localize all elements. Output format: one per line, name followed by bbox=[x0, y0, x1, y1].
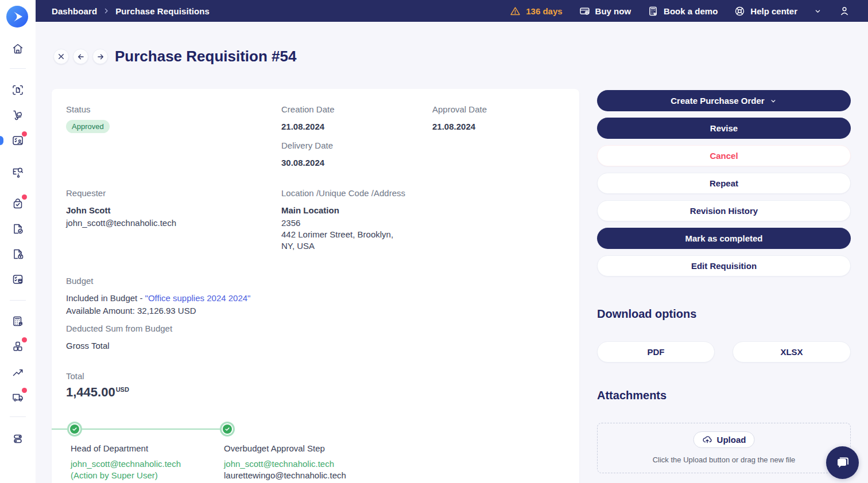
location-address-line2: NY, USA bbox=[281, 241, 315, 251]
budget-included-line: Included in Budget - "Office supplies 20… bbox=[66, 293, 250, 303]
requester-label: Requester bbox=[66, 188, 106, 198]
requisition-detail-card: Status Approved Creation Date 21.08.2024… bbox=[52, 89, 579, 483]
sidebar-item-documents[interactable] bbox=[11, 83, 25, 97]
revision-history-label: Revision History bbox=[690, 206, 758, 216]
notification-dot bbox=[22, 337, 27, 342]
document-check-icon bbox=[11, 222, 25, 236]
attachments-heading: Attachments bbox=[597, 389, 666, 402]
payment-card-icon bbox=[579, 5, 591, 17]
location-name: Main Location bbox=[281, 205, 339, 215]
budget-link[interactable]: "Office supplies 2024 2024" bbox=[145, 293, 251, 303]
approval-step-approver: laurettewingo@technaholic.tech bbox=[224, 470, 346, 480]
breadcrumb-purchase-requisitions[interactable]: Purchase Requisitions bbox=[115, 6, 210, 16]
download-xlsx-button[interactable]: XLSX bbox=[733, 341, 851, 363]
book-demo-label: Book a demo bbox=[664, 6, 718, 16]
upload-button[interactable]: Upload bbox=[693, 431, 755, 448]
cancel-button[interactable]: Cancel bbox=[597, 145, 851, 166]
sidebar bbox=[0, 0, 36, 483]
edit-requisition-label: Edit Requisition bbox=[691, 261, 757, 271]
approval-date-label: Approval Date bbox=[432, 104, 487, 114]
sidebar-item-warehouse[interactable] bbox=[11, 108, 25, 122]
location-code: 2356 bbox=[281, 218, 300, 228]
calculator-icon bbox=[11, 314, 25, 328]
approval-step-check bbox=[220, 422, 235, 437]
app-root: Dashboard Purchase Requisitions 136 days… bbox=[0, 0, 868, 483]
chevron-down-icon[interactable] bbox=[813, 7, 822, 15]
trial-countdown[interactable]: 136 days bbox=[509, 5, 562, 17]
app-logo[interactable] bbox=[6, 6, 28, 28]
revise-button[interactable]: Revise bbox=[597, 118, 851, 139]
total-amount: 1,445.00USD bbox=[66, 385, 129, 400]
creation-date-label: Creation Date bbox=[281, 104, 335, 114]
settings-toggles-icon bbox=[11, 432, 25, 446]
repeat-button[interactable]: Repeat bbox=[597, 173, 851, 194]
notification-dot bbox=[22, 131, 27, 137]
sidebar-item-supplier-search[interactable] bbox=[11, 165, 25, 178]
download-options-heading: Download options bbox=[597, 307, 696, 321]
approval-date-value: 21.08.2024 bbox=[432, 122, 475, 131]
chevron-right-icon bbox=[103, 7, 110, 14]
creation-date-value: 21.08.2024 bbox=[281, 122, 324, 131]
previous-button[interactable] bbox=[73, 49, 88, 64]
buy-now-button[interactable]: Buy now bbox=[579, 5, 631, 17]
cancel-label: Cancel bbox=[710, 151, 738, 161]
approval-step-approver: john_scott@technaholic.tech bbox=[224, 459, 334, 469]
approval-step-action-note: (Action by Super User) bbox=[71, 470, 158, 480]
buy-now-label: Buy now bbox=[595, 6, 631, 16]
chat-bubble-icon bbox=[834, 454, 851, 472]
truck-search-icon bbox=[11, 165, 25, 178]
close-icon bbox=[57, 53, 65, 60]
sidebar-item-budgets[interactable] bbox=[11, 314, 25, 328]
close-button[interactable] bbox=[53, 49, 69, 64]
revision-history-button[interactable]: Revision History bbox=[597, 200, 851, 221]
sidebar-item-approvals[interactable] bbox=[11, 134, 25, 147]
approval-step-approver: john_scott@technaholic.tech bbox=[71, 459, 181, 469]
sidebar-item-deliveries[interactable] bbox=[11, 390, 25, 404]
sidebar-item-reports[interactable] bbox=[11, 365, 25, 379]
location-address-line1: 442 Lorimer Street, Brooklyn, bbox=[281, 229, 393, 239]
download-pdf-button[interactable]: PDF bbox=[597, 341, 715, 363]
requester-email: john_scott@technaholic.tech bbox=[66, 218, 176, 228]
sidebar-item-invoices[interactable] bbox=[11, 247, 25, 261]
deducted-sum-value: Gross Total bbox=[66, 341, 110, 350]
mark-as-completed-button[interactable]: Mark as completed bbox=[597, 228, 851, 249]
cloud-upload-icon bbox=[702, 434, 713, 445]
upload-label: Upload bbox=[717, 435, 746, 445]
status-label: Status bbox=[66, 104, 91, 114]
notification-dot bbox=[22, 194, 27, 200]
next-button[interactable] bbox=[92, 49, 108, 64]
revise-label: Revise bbox=[710, 123, 738, 133]
approval-step-title: Overbudget Approval Step bbox=[224, 443, 325, 453]
repeat-label: Repeat bbox=[710, 178, 738, 188]
delivery-date-label: Delivery Date bbox=[281, 141, 333, 150]
sidebar-item-settings[interactable] bbox=[11, 432, 25, 446]
breadcrumb: Dashboard Purchase Requisitions bbox=[52, 6, 210, 16]
analytics-icon bbox=[11, 365, 25, 379]
page-title: Purchase Requisition #54 bbox=[115, 48, 296, 65]
help-center-button[interactable]: Help center bbox=[734, 5, 797, 17]
checklist-database-icon bbox=[11, 272, 25, 286]
breadcrumb-dashboard[interactable]: Dashboard bbox=[52, 6, 97, 16]
notification-dot bbox=[22, 388, 27, 393]
sidebar-active-indicator bbox=[0, 136, 3, 145]
deducted-sum-label: Deducted Sum from Budget bbox=[66, 324, 172, 333]
sidebar-item-receipts[interactable] bbox=[11, 272, 25, 286]
user-icon[interactable] bbox=[838, 5, 851, 17]
budget-available-amount: Available Amount: 32,126.93 USD bbox=[66, 306, 196, 315]
chevron-down-icon bbox=[769, 97, 777, 105]
chat-widget-button[interactable] bbox=[826, 446, 859, 479]
home-icon bbox=[11, 42, 25, 56]
create-purchase-order-button[interactable]: Create Purchase Order bbox=[597, 90, 851, 111]
sidebar-item-purchase-requisitions[interactable] bbox=[11, 197, 25, 211]
edit-requisition-button[interactable]: Edit Requisition bbox=[597, 255, 851, 276]
requester-name: John Scott bbox=[66, 205, 111, 215]
upload-dropzone[interactable]: Upload Click the Upload button or drag t… bbox=[597, 423, 851, 473]
help-center-label: Help center bbox=[750, 6, 797, 16]
book-demo-button[interactable]: Book a demo bbox=[647, 5, 718, 17]
delivery-date-value: 30.08.2024 bbox=[281, 158, 324, 168]
check-icon bbox=[72, 426, 78, 432]
sidebar-item-purchase-orders[interactable] bbox=[11, 222, 25, 236]
sidebar-item-inventory[interactable] bbox=[11, 340, 25, 353]
sidebar-item-home[interactable] bbox=[11, 42, 25, 56]
total-label: Total bbox=[66, 371, 84, 381]
